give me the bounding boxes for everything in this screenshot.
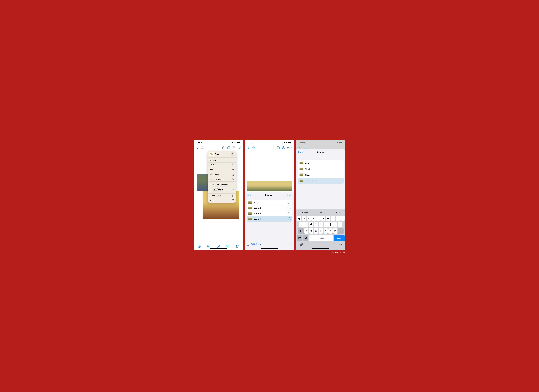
key-d[interactable]: d [309, 222, 313, 227]
key-y[interactable]: y [321, 215, 325, 221]
key-k[interactable]: k [333, 222, 337, 227]
undo-button-ghost [303, 145, 307, 149]
more-button[interactable] [282, 146, 285, 149]
key-t[interactable]: t [316, 215, 321, 221]
menu-item-math[interactable]: Math Results Suggest Results [208, 186, 236, 193]
suggestion[interactable]: Horse [313, 209, 329, 215]
menu-item-alignment[interactable]: Alignment Settings [208, 182, 236, 186]
menu-label: Alignment Settings [212, 183, 232, 185]
suggestion[interactable]: Hose [329, 209, 345, 215]
key-e[interactable]: e [307, 215, 311, 221]
key-v[interactable]: v [319, 228, 323, 234]
key-numbers[interactable]: 123 [297, 235, 302, 241]
key-s[interactable]: s [304, 222, 308, 227]
key-z[interactable]: z [304, 228, 308, 234]
scene-more-button[interactable]: ⋯ [288, 201, 291, 204]
more-button[interactable] [232, 146, 236, 149]
key-l[interactable]: l [338, 222, 342, 227]
suggestion[interactable]: Houses [296, 209, 313, 215]
scene-row-selected[interactable]: Scene 4 ⋯ [247, 216, 292, 222]
signal-icon [282, 142, 285, 144]
key-h[interactable]: h [323, 222, 328, 227]
pen-tool-button[interactable] [197, 244, 201, 248]
key-done[interactable]: done [334, 235, 345, 241]
undo-button[interactable] [252, 146, 255, 149]
key-emoji[interactable] [303, 235, 308, 241]
chevron-right-icon [210, 183, 212, 185]
menu-item-export-pdf[interactable]: Export as PDF [208, 194, 236, 198]
key-r[interactable]: r [312, 215, 316, 221]
svg-point-32 [237, 246, 237, 247]
key-n[interactable]: n [328, 228, 332, 234]
key-m[interactable]: m [333, 228, 337, 234]
menu-item-find[interactable]: Find [208, 167, 236, 172]
svg-point-11 [235, 148, 235, 148]
share-button[interactable] [271, 146, 275, 149]
key-p[interactable]: p [340, 215, 345, 221]
key-q[interactable]: q [297, 215, 301, 221]
menu-item-add-scene[interactable]: Add Scene [208, 172, 236, 177]
menu-item-favorite[interactable]: Favorite [208, 163, 236, 167]
mic-icon[interactable] [340, 243, 342, 247]
grid-button[interactable] [227, 146, 231, 149]
scene-more-button[interactable]: ⋯ [288, 217, 291, 220]
menu-item-scene-navigator[interactable]: Scene Navigator [208, 177, 236, 181]
menu-item-print[interactable]: Print [208, 198, 236, 202]
note-tool-button[interactable] [207, 244, 211, 248]
compose-button[interactable] [237, 146, 241, 149]
add-scene-button[interactable]: + Add Scene [247, 243, 261, 245]
svg-rect-23 [233, 200, 234, 200]
shapes-tool-button[interactable] [217, 244, 220, 248]
scene-row[interactable]: Clinic [298, 172, 344, 178]
scene-row[interactable]: Motel [298, 166, 344, 172]
scene-row[interactable]: Scene 3 ⋯ [247, 211, 292, 216]
chevron-right-icon [210, 189, 212, 191]
menu-item-rename[interactable]: Rename [208, 158, 236, 163]
sheet-done-button[interactable]: Done [287, 194, 292, 196]
done-button[interactable]: Done [287, 147, 292, 149]
phone-screen-2: 09:41 Done Edit Scenes Done [245, 140, 294, 250]
canvas-image[interactable] [247, 181, 292, 191]
key-f[interactable]: f [314, 222, 318, 227]
scene-thumbnail-icon [248, 201, 252, 204]
key-shift[interactable] [298, 228, 304, 234]
share-button[interactable] [221, 146, 225, 149]
scene-row[interactable]: Scene 2 ⋯ [247, 205, 292, 211]
back-button[interactable] [195, 146, 199, 149]
back-button[interactable] [247, 146, 250, 149]
phone-screen-3: 09:41 Done Scenes Diner Motel Cli [296, 140, 345, 250]
menu-share-button[interactable] [231, 152, 235, 156]
key-a[interactable]: a [299, 222, 304, 227]
key-b[interactable]: b [323, 228, 328, 234]
svg-point-54 [306, 238, 306, 238]
key-u[interactable]: u [326, 215, 330, 221]
undo-button[interactable] [201, 146, 204, 149]
key-j[interactable]: j [328, 222, 332, 227]
key-space[interactable]: space [309, 235, 333, 241]
key-i[interactable]: i [331, 215, 335, 221]
key-o[interactable]: o [336, 215, 340, 221]
scene-more-button[interactable]: ⋯ [288, 207, 291, 209]
scene-more-button[interactable]: ⋯ [288, 212, 291, 215]
scene-row-editing[interactable]: Colony House [298, 178, 344, 184]
media-tool-button[interactable] [236, 244, 239, 248]
svg-rect-36 [284, 142, 285, 143]
sheet-more-button[interactable]: ⋯ [289, 243, 292, 245]
text-tool-button[interactable] [226, 244, 230, 248]
key-x[interactable]: x [309, 228, 313, 234]
scene-name: Motel [305, 168, 310, 170]
key-backspace[interactable] [338, 228, 344, 234]
key-c[interactable]: c [314, 228, 318, 234]
edit-button[interactable]: Edit [247, 194, 250, 196]
key-g[interactable]: g [319, 222, 323, 227]
scene-row[interactable]: Scene 1 ⋯ [247, 200, 292, 205]
key-w[interactable]: w [302, 215, 306, 221]
canvas-image-small[interactable] [197, 174, 208, 191]
scene-name-input[interactable]: Colony House [305, 180, 317, 182]
scene-row[interactable]: Diner [298, 160, 344, 166]
freeform-canvas[interactable]: From Rename Favorite Find [194, 150, 243, 243]
menu-title-label: From [215, 153, 219, 155]
globe-icon[interactable] [300, 243, 303, 247]
scenes-sheet: Edit Scenes Done Scene 1 ⋯ Scene 2 ⋯ Sce… [245, 192, 294, 250]
grid-button[interactable] [276, 146, 280, 149]
